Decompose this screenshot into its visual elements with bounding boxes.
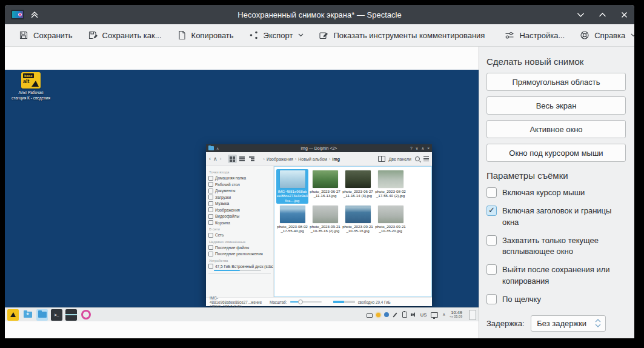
- place-icon: [208, 207, 213, 212]
- help-button[interactable]: Справка: [574, 27, 634, 43]
- battery-icon[interactable]: [367, 313, 373, 318]
- dolphin-toolbar: ‹∧› ›Изображения ›Новый альбом ›img: [206, 152, 432, 166]
- pink-ring-app-icon[interactable]: [80, 309, 91, 321]
- spinbox-arrows[interactable]: [593, 319, 605, 327]
- dolphin-minimize-icon: ∨: [416, 146, 419, 151]
- checkbox-icon[interactable]: [486, 206, 497, 216]
- checkbox-quit-after-save[interactable]: Выйти после сохранения или копирования: [486, 264, 626, 287]
- checkbox-icon[interactable]: [486, 187, 497, 198]
- breadcrumb: ›Изображения ›Новый альбом ›img: [264, 157, 340, 161]
- checkbox-include-mouse-pointer[interactable]: Включая курсор мыши: [486, 187, 626, 199]
- place-label: Загрузки: [215, 195, 231, 199]
- place-icon: [208, 201, 213, 206]
- places-item[interactable]: Музыка: [208, 201, 271, 206]
- terminal-icon[interactable]: >_: [51, 309, 62, 321]
- places-item[interactable]: Домашняя папка: [208, 176, 271, 181]
- place-label: Музыка: [215, 201, 229, 206]
- folder-favorites-icon[interactable]: [22, 309, 33, 321]
- place-label: Рабочий стол: [215, 182, 240, 187]
- desktop-root: { "colors": { "accent": "#3daee9", "titl…: [0, 0, 644, 348]
- network-icon[interactable]: [384, 312, 389, 317]
- checkbox-icon[interactable]: [486, 294, 497, 304]
- place-icon: [208, 176, 213, 181]
- spin-up-icon: [595, 319, 601, 323]
- close-button[interactable]: [620, 10, 628, 19]
- capture-full-screen-button[interactable]: Весь экран: [486, 96, 626, 115]
- alt-launcher-icon[interactable]: [7, 309, 19, 321]
- checkbox-include-window-titlebar[interactable]: Включая заголовок и границы окна: [486, 206, 626, 229]
- folder-icon: [38, 312, 47, 318]
- places-item[interactable]: 47,5 ГиБ Встроенный диск (sda2): [208, 264, 271, 273]
- configure-button[interactable]: Настройка...: [499, 27, 569, 43]
- titlebar[interactable]: Несохраненный снимок экрана* — Spectacle: [5, 5, 634, 24]
- file-item[interactable]: photo_2023-08-02_17-55-40 (2).jpg: [374, 169, 407, 204]
- places-item[interactable]: Рабочий стол: [208, 182, 271, 187]
- file-item[interactable]: photo_2023-08-02_17-55-40.jpg: [276, 204, 308, 235]
- tray-expand-icon: ∧: [442, 312, 445, 317]
- free-space-label: свободно 29,4 ГиБ: [358, 300, 391, 304]
- file-item[interactable]: IMG-4881e968abee88ce273e3c9a3fec....jpg: [276, 169, 308, 204]
- brightness-icon[interactable]: [376, 313, 380, 317]
- spectacle-window: Несохраненный снимок экрана* — Spectacle…: [5, 5, 634, 338]
- copy-button[interactable]: Копировать: [171, 27, 239, 43]
- file-thumbnail: [313, 206, 338, 223]
- places-item[interactable]: Изображения: [208, 207, 271, 212]
- tool-icon[interactable]: [393, 312, 398, 318]
- keep-above-icon[interactable]: [30, 11, 39, 18]
- checkbox-icon[interactable]: [486, 235, 497, 246]
- dolphin-help-icon: ?: [410, 146, 413, 151]
- configure-icon: [504, 30, 515, 41]
- dolphin-active-icon[interactable]: [36, 309, 48, 321]
- capture-active-window-button[interactable]: Активное окно: [486, 120, 626, 138]
- place-label: Корзина: [215, 221, 230, 225]
- file-thumbnail: [378, 170, 403, 188]
- checkbox-capture-popup-only[interactable]: Захватить только текущее всплывающее окн…: [486, 235, 626, 258]
- minimize-button[interactable]: [576, 10, 585, 19]
- places-item[interactable]: Последние расположения: [208, 252, 271, 256]
- save-button[interactable]: Сохранить: [13, 27, 78, 43]
- copy-icon: [176, 30, 187, 41]
- file-name: photo_2023-09-21_10-35-16.jpg: [342, 224, 373, 233]
- checkbox-on-click[interactable]: По щелчку: [486, 294, 626, 306]
- settings-icon[interactable]: [65, 309, 77, 321]
- chevron-down-icon: [298, 33, 304, 37]
- capture-settings-heading: Параметры съёмки: [486, 170, 626, 181]
- places-item[interactable]: Сеть: [208, 233, 271, 238]
- places-item[interactable]: Последние файлы: [208, 245, 271, 250]
- place-icon: [208, 195, 213, 199]
- file-item[interactable]: photo_2023-09-21_10-35-20.jpg: [374, 204, 407, 235]
- selected-file-info: IMG-4881e968abee88ce27...жение (JPEG, 18…: [210, 296, 267, 309]
- save-as-button[interactable]: Сохранить как...: [82, 27, 167, 43]
- maximize-button[interactable]: [598, 10, 606, 19]
- places-item[interactable]: Корзина: [208, 220, 271, 225]
- desktop-shortcut-alt[interactable]: base alt Альт Рабочая станция К - сведен…: [11, 72, 51, 101]
- desktop-shortcut-label: Альт Рабочая станция К - сведения: [11, 90, 51, 101]
- checkbox-icon[interactable]: [486, 264, 497, 275]
- capture-rectangular-region-button[interactable]: Прямоугольная область: [486, 73, 626, 91]
- dolphin-close-icon: ×: [427, 146, 430, 151]
- place-label: Изображения: [215, 208, 240, 212]
- save-label: Сохранить: [33, 31, 73, 40]
- capture-window-under-cursor-button[interactable]: Окно под курсором мыши: [486, 144, 626, 162]
- places-item[interactable]: Видеофайлы: [208, 214, 271, 219]
- file-item[interactable]: photo_2023-06-27_11-16-14 (3).jpg: [342, 169, 374, 204]
- volume-icon[interactable]: [411, 312, 416, 318]
- file-thumbnail: [378, 206, 403, 223]
- places-item[interactable]: Документы: [208, 189, 271, 193]
- export-button[interactable]: Экспорт: [244, 27, 309, 43]
- file-thumbnail: [345, 170, 371, 188]
- file-item[interactable]: photo_2023-09-21_10-35-16.jpg: [342, 204, 374, 235]
- annotate-button[interactable]: Показать инструменты комментирования: [313, 27, 490, 43]
- search-icon: [415, 156, 420, 161]
- alt-linux-logo-icon: base alt: [21, 72, 41, 89]
- screenshot-preview-image: base alt Альт Рабочая станция К - сведен…: [5, 70, 479, 321]
- delay-spinbox[interactable]: Без задержки: [531, 315, 606, 332]
- file-item[interactable]: photo_2023-09-21_10-35-16 (2).jpg: [309, 204, 341, 235]
- free-space-bar: [333, 301, 355, 303]
- clipboard-icon[interactable]: [402, 312, 407, 318]
- place-icon: [208, 214, 213, 219]
- file-item[interactable]: photo_2023-06-27_11-16-13.jpg: [309, 169, 341, 204]
- details-view-button: [247, 155, 256, 163]
- places-item[interactable]: Загрузки: [208, 195, 271, 199]
- dolphin-title: img — Dolphin <2>: [206, 146, 432, 150]
